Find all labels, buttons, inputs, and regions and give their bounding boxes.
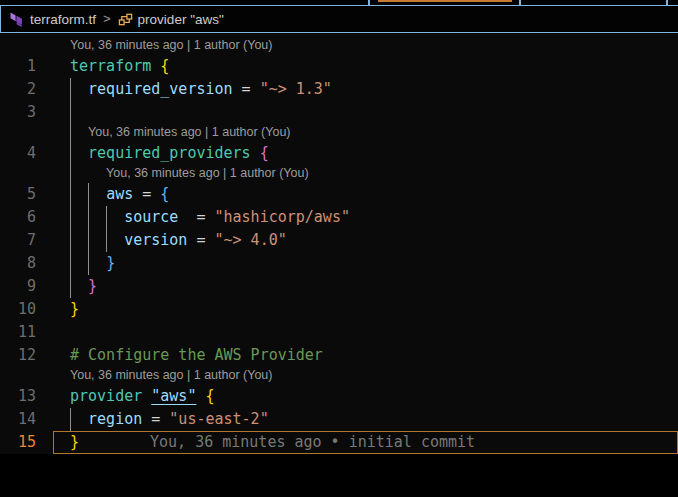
- codelens-row: You, 36 minutes ago | 1 author (You): [0, 165, 678, 183]
- line-content[interactable]: You, 36 minutes ago | 1 author (You): [53, 124, 678, 142]
- line-content[interactable]: terraform {: [53, 55, 678, 78]
- indent-guide: [70, 252, 71, 275]
- line-number: [0, 124, 53, 142]
- code-line: 7 version = "~> 4.0": [0, 229, 678, 252]
- gitlens-codelens[interactable]: You, 36 minutes ago | 1 author (You): [70, 367, 272, 384]
- codelens-row: You, 36 minutes ago | 1 author (You): [0, 37, 678, 55]
- token: region: [88, 410, 142, 428]
- token: [205, 208, 214, 226]
- token: }: [70, 433, 79, 451]
- token: }: [88, 277, 97, 295]
- line-number: 10: [0, 298, 53, 321]
- line-number: [0, 165, 53, 183]
- line-content[interactable]: You, 36 minutes ago | 1 author (You): [53, 367, 678, 385]
- line-content[interactable]: }: [53, 298, 678, 321]
- token: [70, 208, 124, 226]
- token: required_providers: [88, 144, 251, 162]
- codelens-row: You, 36 minutes ago | 1 author (You): [0, 124, 678, 142]
- line-content[interactable]: [53, 321, 678, 344]
- line-content[interactable]: source = "hashicorp/aws": [53, 206, 678, 229]
- line-number: 15: [0, 431, 53, 454]
- indent-guide: [88, 183, 89, 206]
- code-line: 14 region = "us-east-2": [0, 408, 678, 431]
- indent-guide: [106, 229, 107, 252]
- token: [251, 80, 260, 98]
- line-content[interactable]: version = "~> 4.0": [53, 229, 678, 252]
- token: version: [124, 231, 187, 249]
- code-line: 12# Configure the AWS Provider: [0, 344, 678, 367]
- code-line: 9 }: [0, 275, 678, 298]
- gitlens-codelens[interactable]: You, 36 minutes ago | 1 author (You): [106, 165, 308, 182]
- token: [151, 57, 160, 75]
- token: [251, 144, 260, 162]
- line-number: 9: [0, 275, 53, 298]
- indent-guide: [70, 101, 71, 124]
- token: [133, 185, 142, 203]
- tab-modified-indicator-fragment: [378, 0, 512, 2]
- line-content[interactable]: required_providers {: [53, 142, 678, 165]
- codelens-row: You, 36 minutes ago | 1 author (You): [0, 367, 678, 385]
- line-content[interactable]: # Configure the AWS Provider: [53, 344, 678, 367]
- line-number: 1: [0, 55, 53, 78]
- line-content[interactable]: You, 36 minutes ago | 1 author (You): [53, 37, 678, 55]
- vscode-editor-window: terraform.tf > provider "aws" You, 36 mi…: [0, 0, 678, 497]
- token: =: [242, 80, 251, 98]
- code-line: 2 required_version = "~> 1.3": [0, 78, 678, 101]
- indent-guide: [70, 275, 71, 298]
- indent-guide: [88, 252, 89, 275]
- line-content[interactable]: provider "aws" {: [53, 385, 678, 408]
- line-number: 11: [0, 321, 53, 344]
- line-number: 6: [0, 206, 53, 229]
- token: [142, 410, 151, 428]
- indent-guide: [88, 229, 89, 252]
- gitlens-blame[interactable]: You, 36 minutes ago • initial commit: [150, 431, 475, 454]
- gitlens-codelens[interactable]: You, 36 minutes ago | 1 author (You): [70, 37, 272, 54]
- line-content[interactable]: region = "us-east-2": [53, 408, 678, 431]
- line-content[interactable]: You, 36 minutes ago | 1 author (You): [53, 165, 678, 183]
- code-line: 4 required_providers {: [0, 142, 678, 165]
- token: }: [70, 300, 79, 318]
- indent-guide: [70, 124, 71, 142]
- breadcrumb: terraform.tf > provider "aws": [0, 5, 678, 33]
- line-content[interactable]: }You, 36 minutes ago • initial commit: [53, 431, 678, 454]
- code-line: 5 aws = {: [0, 183, 678, 206]
- line-content[interactable]: [53, 101, 678, 124]
- token: # Configure the AWS Provider: [70, 346, 323, 364]
- code-line: 6 source = "hashicorp/aws": [0, 206, 678, 229]
- token: source: [124, 208, 178, 226]
- code-line: 8 }: [0, 252, 678, 275]
- line-number: 12: [0, 344, 53, 367]
- token: [70, 80, 88, 98]
- line-content[interactable]: aws = {: [53, 183, 678, 206]
- token: [70, 277, 88, 295]
- token: }: [106, 254, 115, 272]
- breadcrumb-item-symbol[interactable]: provider "aws": [118, 12, 224, 27]
- token: =: [142, 185, 151, 203]
- line-content[interactable]: }: [53, 275, 678, 298]
- code-line: 3: [0, 101, 678, 124]
- breadcrumb-file-label: terraform.tf: [30, 12, 96, 27]
- symbol-field-icon: [118, 12, 133, 27]
- indent-guide: [106, 206, 107, 229]
- code-line: 10}: [0, 298, 678, 321]
- line-number: 7: [0, 229, 53, 252]
- line-content[interactable]: required_version = "~> 1.3": [53, 78, 678, 101]
- line-number: [0, 367, 53, 385]
- line-number: 8: [0, 252, 53, 275]
- code-line: 1terraform {: [0, 55, 678, 78]
- line-content[interactable]: }: [53, 252, 678, 275]
- indent-guide: [70, 165, 71, 183]
- token: provider: [70, 387, 142, 405]
- token: {: [205, 387, 214, 405]
- token: {: [260, 144, 269, 162]
- gitlens-codelens[interactable]: You, 36 minutes ago | 1 author (You): [88, 124, 290, 141]
- line-number: [0, 37, 53, 55]
- token: [160, 410, 169, 428]
- terraform-file-icon: [9, 11, 25, 27]
- indent-guide: [88, 206, 89, 229]
- chevron-right-icon: >: [103, 11, 111, 26]
- line-number: 4: [0, 142, 53, 165]
- code-editor: You, 36 minutes ago | 1 author (You)1ter…: [0, 33, 678, 454]
- token: =: [151, 410, 160, 428]
- breadcrumb-item-file[interactable]: terraform.tf: [9, 11, 96, 27]
